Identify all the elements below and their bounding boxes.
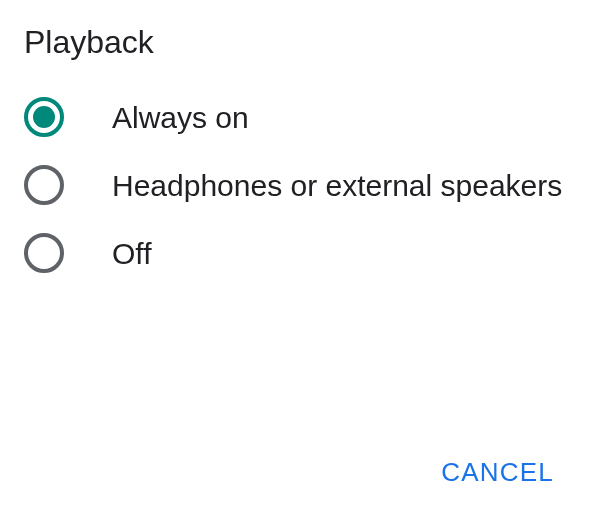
dialog-actions: CANCEL (437, 449, 558, 496)
playback-options: Always on Headphones or external speaker… (24, 97, 566, 273)
radio-icon (24, 97, 64, 137)
radio-option-always-on[interactable]: Always on (24, 97, 566, 137)
playback-dialog: Playback Always on Headphones or externa… (0, 0, 590, 273)
radio-option-headphones[interactable]: Headphones or external speakers (24, 165, 566, 205)
radio-icon (24, 233, 64, 273)
dialog-title: Playback (24, 24, 566, 61)
radio-dot-icon (33, 106, 55, 128)
radio-label: Always on (112, 98, 249, 137)
radio-label: Headphones or external speakers (112, 166, 562, 205)
radio-option-off[interactable]: Off (24, 233, 566, 273)
radio-icon (24, 165, 64, 205)
cancel-button[interactable]: CANCEL (437, 449, 558, 496)
radio-label: Off (112, 234, 151, 273)
